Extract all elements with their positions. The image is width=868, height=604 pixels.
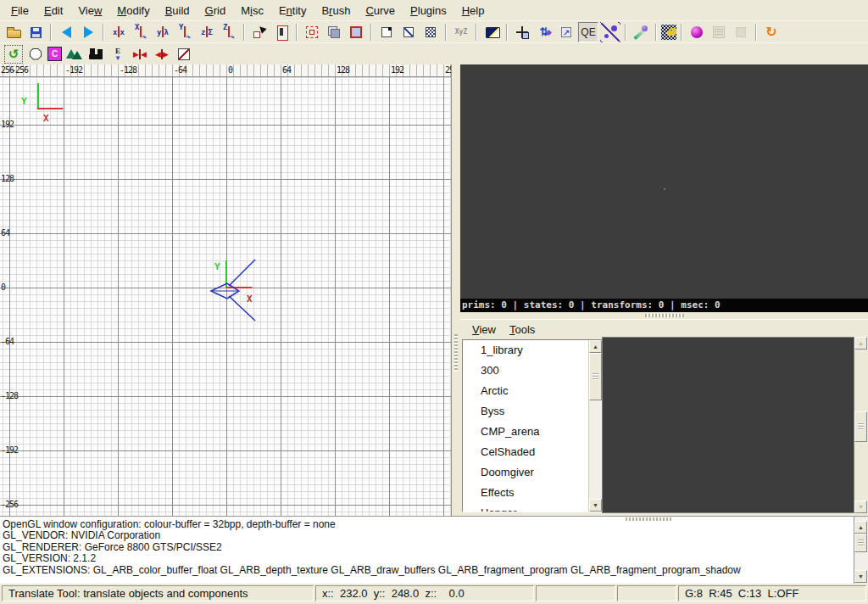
- list-item-effects[interactable]: Effects: [463, 483, 589, 503]
- menu-view[interactable]: View: [70, 3, 109, 19]
- menu-grid[interactable]: Grid: [198, 3, 234, 19]
- map-info-button[interactable]: [731, 22, 751, 42]
- list-item-cmp_arena[interactable]: CMP_arena: [463, 422, 589, 442]
- axis-y-label: Y: [21, 96, 27, 107]
- select-inside-button[interactable]: [346, 22, 366, 42]
- entity-list-button[interactable]: [709, 22, 729, 42]
- menu-entity[interactable]: Entity: [271, 3, 314, 19]
- texture-view[interactable]: [602, 337, 854, 513]
- map-list-scrollbar[interactable]: ▲ ▼: [588, 340, 602, 512]
- ruler-label-x: -64: [174, 65, 186, 75]
- swap-views-button[interactable]: [324, 22, 344, 42]
- plugin-refresh-button[interactable]: ↻: [761, 22, 782, 42]
- camera-3d-view[interactable]: prims: 0 | states: 0 | transforms: 0 | m…: [460, 64, 868, 312]
- rotate-mode-button[interactable]: ⇅: [534, 22, 554, 42]
- scroll-up-button[interactable]: ▲: [854, 337, 867, 350]
- console-scrollbar[interactable]: ▲ ▼: [854, 517, 868, 584]
- menu-misc[interactable]: Misc: [233, 3, 271, 19]
- scroll-down-button[interactable]: ▼: [589, 499, 602, 512]
- console-line: GL_EXTENSIONS: GL_ARB_color_buffer_float…: [3, 565, 851, 576]
- caulk-button[interactable]: C: [47, 47, 62, 61]
- flip-x-button[interactable]: [108, 22, 129, 42]
- csg-merge-button[interactable]: [271, 22, 292, 42]
- menu-brush[interactable]: Brush: [314, 3, 358, 19]
- scroll-thumb[interactable]: [589, 353, 602, 400]
- menu-bar: FileEditViewModifyBuildGridMiscEntityBru…: [0, 0, 868, 20]
- inspector-panel: ViewTools 1_library300ArcticByssCMP_aren…: [460, 319, 868, 516]
- texture-lock-button[interactable]: [661, 25, 676, 40]
- rotate-z-button[interactable]: [219, 22, 239, 42]
- camera-window-button[interactable]: [481, 22, 502, 42]
- list-item-300[interactable]: 300: [463, 361, 589, 381]
- list-item-1_library[interactable]: 1_library: [463, 340, 589, 361]
- nodraw-button[interactable]: [174, 44, 194, 64]
- menu-help[interactable]: Help: [454, 3, 492, 19]
- translate-mode-button[interactable]: [512, 22, 532, 42]
- scale-mode-button[interactable]: [556, 22, 576, 42]
- scroll-thumb[interactable]: [854, 411, 867, 442]
- ruler-label-y: -64: [1, 337, 14, 346]
- entity-export-button[interactable]: [108, 44, 128, 64]
- scroll-down-button[interactable]: ▼: [854, 501, 867, 513]
- horizontal-splitter[interactable]: [460, 312, 868, 319]
- qe-select-button[interactable]: QE: [578, 22, 598, 42]
- select-touching-button[interactable]: [302, 22, 322, 42]
- ruler-label-x: 64: [282, 65, 291, 75]
- console-line: GL_RENDERER: GeForce 8800 GTS/PCI/SSE2: [3, 542, 851, 553]
- camera-icon[interactable]: Y X: [211, 260, 255, 321]
- console: OpenGL window configuration: colour-buff…: [0, 516, 868, 584]
- rotate-y-button[interactable]: [175, 22, 195, 42]
- list-item-doomgiver[interactable]: Doomgiver: [463, 462, 589, 483]
- console-line: GL_VENDOR: NVIDIA Corporation: [3, 530, 851, 541]
- main-toolbar: XyZ⇅QE↻: [0, 20, 868, 42]
- list-item-celshaded[interactable]: CelShaded: [463, 442, 589, 462]
- ruler-label-x: 256: [445, 65, 452, 75]
- scroll-down-button[interactable]: ▼: [854, 570, 867, 583]
- cube-textured-button[interactable]: [420, 22, 441, 42]
- models-button[interactable]: [64, 44, 84, 64]
- panel-menu-view[interactable]: View: [465, 322, 503, 338]
- scroll-thumb[interactable]: [854, 534, 867, 552]
- toolbar-separator: [243, 24, 245, 41]
- train-button[interactable]: [86, 44, 106, 64]
- pull-together-button[interactable]: [130, 44, 150, 64]
- menu-plugins[interactable]: Plugins: [403, 3, 454, 19]
- clipper-button[interactable]: [631, 22, 651, 42]
- map-list[interactable]: 1_library300ArcticByssCMP_arenaCelShaded…: [462, 339, 603, 512]
- csg-subtract-button[interactable]: [249, 22, 270, 42]
- rotate-x-button[interactable]: [131, 22, 151, 42]
- render-stats: prims: 0 | states: 0 | transforms: 0 | m…: [460, 299, 868, 312]
- scroll-up-button[interactable]: ▲: [589, 340, 602, 353]
- panel-menu-tools[interactable]: Tools: [503, 322, 542, 338]
- grid-2d-view[interactable]: -256-192-128-64064128192256256192128640-…: [0, 64, 452, 516]
- cube-wireframe-button[interactable]: [376, 22, 397, 42]
- save-button[interactable]: [25, 22, 46, 42]
- polygon-button[interactable]: [25, 44, 46, 64]
- origin-y-label: Y: [214, 261, 220, 272]
- redo-button[interactable]: [78, 22, 98, 42]
- menu-modify[interactable]: Modify: [109, 3, 157, 19]
- push-apart-button[interactable]: [152, 44, 172, 64]
- vertical-splitter[interactable]: [452, 64, 460, 516]
- flip-y-button[interactable]: [153, 22, 173, 42]
- undo-button[interactable]: [56, 22, 76, 42]
- texture-scrollbar[interactable]: ▲ ▼: [854, 337, 868, 513]
- vertex-mode-button[interactable]: [600, 22, 620, 42]
- menu-curve[interactable]: Curve: [358, 3, 403, 19]
- menu-edit[interactable]: Edit: [36, 3, 70, 19]
- toolbar-separator: [476, 24, 477, 41]
- list-item-arctic[interactable]: Arctic: [463, 381, 589, 401]
- cube-flat-button[interactable]: [398, 22, 419, 42]
- toolbar-separator: [296, 24, 298, 41]
- light-button[interactable]: [687, 22, 707, 42]
- flip-z-button[interactable]: [197, 22, 217, 42]
- scroll-up-button[interactable]: ▲: [854, 521, 867, 534]
- inspector-menu-bar: ViewTools: [460, 320, 868, 338]
- menu-build[interactable]: Build: [158, 3, 198, 19]
- open-button[interactable]: [3, 22, 24, 42]
- list-item-byss[interactable]: Byss: [463, 401, 589, 422]
- list-item-hangar[interactable]: Hangar: [463, 503, 589, 512]
- grid-layout-button[interactable]: XyZ: [451, 22, 471, 42]
- model-refresh-button[interactable]: ↺: [3, 44, 24, 64]
- menu-file[interactable]: File: [3, 3, 36, 19]
